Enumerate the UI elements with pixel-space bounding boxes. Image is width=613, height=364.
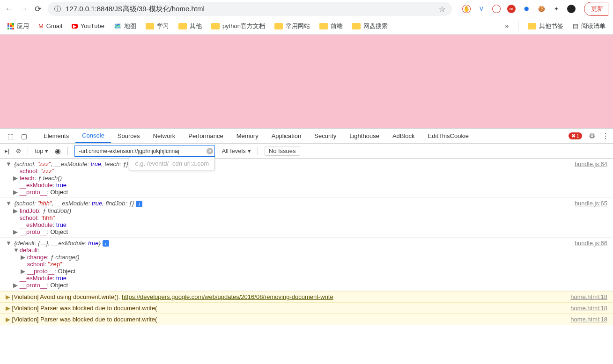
source-link[interactable]: bundle.js:66 bbox=[575, 240, 607, 247]
device-toggle-icon[interactable]: ▢ bbox=[17, 132, 31, 140]
console-toolbar: ▸| ⊘ top▾ ◉ ✕ e.g. /eventd/ -cdn url:a.c… bbox=[0, 144, 613, 159]
object-property[interactable]: ▶ __proto__: Object bbox=[6, 189, 607, 196]
tab-application[interactable]: Application bbox=[265, 129, 308, 143]
site-info-icon[interactable]: i bbox=[54, 6, 61, 12]
object-property[interactable]: ▶ __proto__: Object bbox=[6, 282, 607, 289]
source-link[interactable]: bundle.js:64 bbox=[575, 160, 607, 167]
bookmark-folder-common[interactable]: 常用网站 bbox=[274, 22, 310, 30]
divider bbox=[67, 147, 68, 155]
expand-arrow-icon[interactable]: ▶ bbox=[13, 228, 18, 235]
clear-console-icon[interactable]: ⊘ bbox=[16, 147, 21, 154]
source-link[interactable]: home.html:18 bbox=[570, 316, 607, 323]
console-log-entry: bundle.js:64▼ {school: "zzz", __esModule… bbox=[0, 159, 613, 198]
bookmark-youtube[interactable]: ▶YouTube bbox=[72, 22, 104, 29]
info-icon[interactable]: i bbox=[103, 240, 109, 247]
address-bar[interactable]: i 127.0.0.1:8848/JS高级/39-模块化/home.html ☆ bbox=[48, 2, 452, 16]
clear-filter-icon[interactable]: ✕ bbox=[207, 148, 213, 154]
live-expression-icon[interactable]: ◉ bbox=[55, 147, 61, 155]
expand-arrow-icon[interactable]: ▶ bbox=[6, 305, 10, 312]
more-menu-icon[interactable]: ⋮ bbox=[602, 131, 609, 140]
settings-gear-icon[interactable]: ⚙ bbox=[589, 131, 595, 140]
object-property[interactable]: school: "hhh" bbox=[6, 214, 607, 221]
other-bookmarks[interactable]: 其他书签 bbox=[528, 22, 563, 30]
expand-arrow-icon[interactable]: ▶ bbox=[6, 316, 10, 323]
tab-console[interactable]: Console bbox=[75, 129, 111, 143]
object-summary[interactable]: ▼ {school: "hhh", __esModule: true, find… bbox=[6, 200, 607, 207]
object-property[interactable]: ▶ findJob: ƒ findJob() bbox=[6, 207, 607, 214]
expand-arrow-icon[interactable]: ▼ bbox=[6, 160, 12, 167]
apps-shortcut[interactable]: 应用 bbox=[7, 22, 29, 30]
context-selector[interactable]: top▾ bbox=[35, 147, 48, 154]
tab-memory[interactable]: Memory bbox=[230, 129, 265, 143]
expand-arrow-icon[interactable]: ▶ bbox=[13, 282, 18, 289]
expand-arrow-icon[interactable]: ▶ bbox=[21, 268, 25, 275]
bookmark-folder-netdisk[interactable]: 网盘搜索 bbox=[352, 22, 388, 30]
inspect-icon[interactable]: ⬚ bbox=[4, 132, 17, 140]
object-property[interactable]: __esModule: true bbox=[6, 221, 607, 228]
tab-elements[interactable]: Elements bbox=[37, 129, 75, 143]
expand-arrow-icon[interactable]: ▼ bbox=[13, 247, 18, 254]
tab-editthiscookie[interactable]: EditThisCookie bbox=[421, 129, 475, 143]
bookmarks-bar: 应用 MGmail ▶YouTube 🗺️地图 学习 其他 python官方文档… bbox=[0, 18, 613, 35]
issues-indicator[interactable]: No Issues bbox=[265, 146, 300, 156]
source-link[interactable]: home.html:18 bbox=[570, 293, 607, 300]
error-count-badge[interactable]: ✖1 bbox=[569, 132, 582, 139]
tab-network[interactable]: Network bbox=[147, 129, 182, 143]
chevron-down-icon: ▾ bbox=[45, 147, 48, 154]
ext-icon-dark[interactable] bbox=[567, 5, 576, 13]
sidebar-toggle-icon[interactable]: ▸| bbox=[5, 147, 9, 154]
expand-arrow-icon[interactable]: ▶ bbox=[13, 189, 18, 196]
bookmark-folder-pydoc[interactable]: python官方文档 bbox=[211, 22, 265, 30]
object-property[interactable]: ▶ __proto__: Object bbox=[6, 228, 607, 235]
expand-arrow-icon[interactable]: ▼ bbox=[6, 200, 12, 207]
object-summary[interactable]: ▼ {school: "zzz", __esModule: true, teac… bbox=[6, 160, 607, 167]
info-icon[interactable]: i bbox=[136, 201, 142, 207]
tab-adblock[interactable]: AdBlock bbox=[386, 129, 421, 143]
tab-security[interactable]: Security bbox=[308, 129, 343, 143]
bookmark-star-icon[interactable]: ☆ bbox=[439, 5, 445, 14]
bookmark-folder-frontend[interactable]: 前端 bbox=[319, 22, 343, 30]
url-text: 127.0.0.1:8848/JS高级/39-模块化/home.html bbox=[66, 5, 434, 14]
source-link[interactable]: home.html:18 bbox=[570, 305, 607, 312]
bookmark-folder-study[interactable]: 学习 bbox=[146, 22, 169, 30]
tab-sources[interactable]: Sources bbox=[111, 129, 147, 143]
ext-icon-cookie[interactable]: 🍪 bbox=[537, 5, 546, 13]
ublock-icon[interactable]: ✋ bbox=[462, 5, 471, 13]
expand-arrow-icon[interactable]: ▶ bbox=[6, 293, 10, 300]
back-button[interactable]: ← bbox=[5, 4, 13, 14]
object-property[interactable]: __esModule: true bbox=[6, 275, 607, 282]
extensions-menu-icon[interactable]: ✦ bbox=[552, 5, 561, 13]
tab-performance[interactable]: Performance bbox=[182, 129, 229, 143]
bookmark-folder-other[interactable]: 其他 bbox=[178, 22, 202, 30]
devtools-panel: ⬚ ▢ Elements Console Sources Network Per… bbox=[0, 128, 613, 325]
object-summary[interactable]: ▼ {default: {…}, __esModule: true}i bbox=[6, 240, 607, 247]
reading-list[interactable]: ▤阅读清单 bbox=[573, 22, 606, 30]
vimium-icon[interactable]: V bbox=[477, 5, 486, 13]
expand-arrow-icon[interactable]: ▶ bbox=[13, 207, 18, 214]
expand-arrow-icon[interactable]: ▼ bbox=[6, 240, 12, 247]
object-property[interactable]: school: "zzz" bbox=[6, 167, 607, 175]
ext-icon-hex[interactable]: ⬢ bbox=[522, 5, 531, 13]
reload-button[interactable]: ⟳ bbox=[35, 4, 41, 14]
expand-arrow-icon[interactable]: ▶ bbox=[13, 175, 18, 182]
ext-icon-red[interactable]: ∞ bbox=[507, 5, 516, 13]
violation-link[interactable]: https://developers.google.com/web/update… bbox=[122, 293, 333, 300]
tab-lighthouse[interactable]: Lighthouse bbox=[343, 129, 386, 143]
object-property[interactable]: ▶ change: ƒ change() bbox=[6, 254, 607, 261]
bookmark-gmail[interactable]: MGmail bbox=[38, 22, 62, 29]
log-levels-selector[interactable]: All levels▾ bbox=[222, 147, 251, 154]
expand-arrow-icon[interactable]: ▶ bbox=[21, 254, 25, 261]
object-property[interactable]: ▶ teach: ƒ teach() bbox=[6, 175, 607, 182]
filter-input[interactable] bbox=[74, 146, 215, 157]
bookmark-maps[interactable]: 🗺️地图 bbox=[114, 22, 136, 30]
object-property[interactable]: __esModule: true bbox=[6, 182, 607, 189]
bookmarks-overflow[interactable]: » bbox=[505, 22, 509, 29]
ext-icon-circle[interactable] bbox=[492, 5, 501, 13]
update-button[interactable]: 更新 bbox=[584, 2, 608, 16]
forward-button[interactable]: → bbox=[20, 4, 28, 14]
object-property[interactable]: ▼ default: bbox=[6, 247, 607, 254]
apps-icon bbox=[7, 23, 14, 29]
object-property[interactable]: school: "zep" bbox=[6, 261, 607, 268]
object-property[interactable]: ▶ __proto__: Object bbox=[6, 268, 607, 275]
source-link[interactable]: bundle.js:65 bbox=[575, 200, 607, 207]
